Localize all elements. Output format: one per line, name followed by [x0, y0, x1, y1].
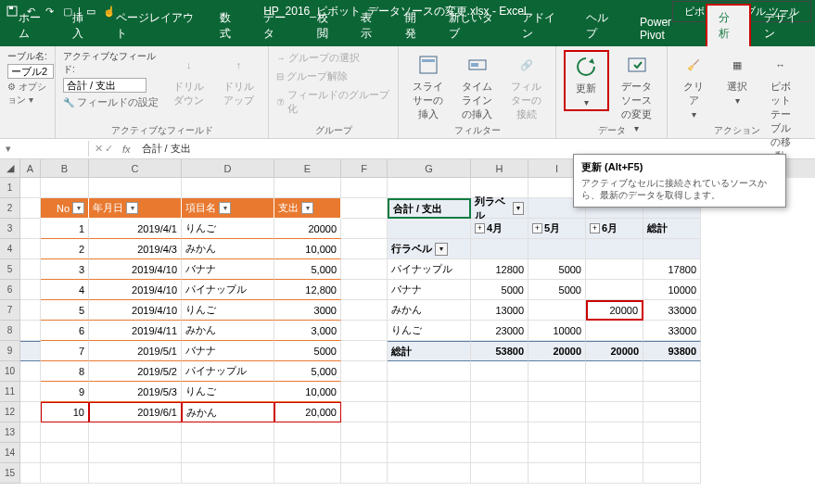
tab-formulas[interactable]: 数式 [209, 6, 250, 46]
expand-icon[interactable]: + [475, 223, 485, 233]
table-cell[interactable]: バナナ [182, 259, 274, 280]
cell[interactable] [20, 280, 41, 300]
table-cell[interactable]: パイナップル [182, 361, 274, 382]
change-source-button[interactable]: データ ソースの変更▾ [615, 50, 659, 135]
table-cell[interactable]: 5,000 [274, 259, 341, 280]
cell[interactable] [20, 198, 41, 219]
row-header[interactable]: 15 [0, 463, 20, 484]
cell[interactable] [586, 361, 643, 382]
pivot-month[interactable]: +6月 [586, 219, 643, 239]
cell[interactable] [341, 280, 388, 300]
cell[interactable] [89, 422, 182, 443]
clear-button[interactable]: 🧹クリア▾ [675, 50, 713, 121]
col-E[interactable]: E [274, 159, 341, 178]
group-field-button[interactable]: ⑦ フィールドのグループ化 [276, 87, 390, 117]
cell[interactable] [182, 422, 274, 443]
table-cell[interactable]: 5000 [274, 341, 341, 361]
pivot-row-name[interactable]: バナナ [388, 280, 471, 300]
table-header-item[interactable]: 項目名▾ [182, 198, 274, 219]
cell[interactable] [341, 259, 388, 280]
col-H[interactable]: H [471, 159, 528, 178]
col-B[interactable]: B [41, 159, 89, 178]
table-cell[interactable]: 2019/4/11 [89, 321, 182, 341]
cell[interactable] [528, 422, 586, 443]
table-cell[interactable]: 20000 [274, 219, 341, 239]
row-header[interactable]: 3 [0, 219, 20, 239]
pivot-row-name[interactable]: パイナップル [388, 259, 471, 280]
group-selection-button[interactable]: → グループの選択 [276, 50, 360, 66]
cell[interactable] [471, 463, 528, 484]
table-cell[interactable]: 2019/6/1 [89, 402, 182, 422]
cell[interactable] [471, 402, 528, 422]
col-A[interactable]: A [20, 159, 41, 178]
pivot-value[interactable]: 5000 [471, 280, 528, 300]
expand-icon[interactable]: + [590, 223, 600, 233]
dropdown-icon[interactable]: ▾ [513, 202, 524, 215]
cell[interactable] [341, 239, 388, 259]
tab-review[interactable]: 校閲 [306, 6, 348, 46]
cell[interactable] [20, 422, 41, 443]
cell[interactable] [89, 443, 182, 463]
tab-newtab[interactable]: 新しいタブ [438, 6, 509, 46]
select-all-cell[interactable]: ◢ [0, 159, 20, 178]
tab-addins[interactable]: アドイン [511, 6, 573, 46]
pivot-total[interactable]: 20000 [586, 341, 643, 361]
cell[interactable] [388, 463, 471, 484]
cell[interactable] [274, 178, 341, 198]
table-cell[interactable]: 1 [41, 219, 89, 239]
cell[interactable] [20, 239, 41, 259]
cell[interactable] [41, 463, 89, 484]
filter-dropdown-icon[interactable]: ▾ [126, 202, 138, 214]
cell[interactable] [471, 361, 528, 382]
cell[interactable] [274, 422, 341, 443]
pivot-value[interactable]: 23000 [471, 321, 528, 341]
cell[interactable] [388, 422, 471, 443]
filter-dropdown-icon[interactable]: ▾ [72, 202, 84, 214]
cell[interactable] [20, 341, 41, 361]
field-settings-button[interactable]: 🔧 フィールドの設定 [63, 94, 161, 110]
row-header[interactable]: 12 [0, 402, 20, 422]
table-cell[interactable]: 3000 [274, 300, 341, 321]
table-cell[interactable]: りんご [182, 219, 274, 239]
table-cell[interactable]: 8 [41, 361, 89, 382]
table-cell[interactable]: 10,000 [274, 382, 341, 402]
drillup-button[interactable]: ↑ドリルアップ [217, 50, 261, 109]
pivot-value[interactable] [528, 300, 586, 321]
cell[interactable] [586, 463, 643, 484]
pivot-value[interactable] [586, 321, 643, 341]
row-header[interactable]: 10 [0, 361, 20, 382]
table-cell[interactable]: 3,000 [274, 321, 341, 341]
table-cell[interactable]: 5 [41, 300, 89, 321]
cell[interactable] [586, 422, 643, 443]
table-cell[interactable]: 9 [41, 382, 89, 402]
pivot-month[interactable]: +4月 [471, 219, 528, 239]
cell[interactable] [20, 443, 41, 463]
cell[interactable] [20, 178, 41, 198]
cell[interactable] [471, 422, 528, 443]
tab-view[interactable]: 表示 [350, 6, 391, 46]
table-cell[interactable]: みかん [182, 239, 274, 259]
tab-insert[interactable]: 挿入 [61, 6, 103, 46]
cell[interactable] [20, 259, 41, 280]
cell[interactable] [586, 382, 643, 402]
cell[interactable] [341, 402, 388, 422]
cell[interactable] [341, 443, 388, 463]
pivot-value[interactable]: 33000 [643, 321, 701, 341]
tab-pagelayout[interactable]: ページレイアウト [105, 6, 206, 46]
dropdown-icon[interactable]: ▾ [435, 243, 448, 256]
pivot-values-label[interactable]: 合計 / 支出 [388, 198, 471, 219]
cancel-icon[interactable]: ✕ [95, 143, 103, 155]
tab-powerpivot[interactable]: Power Pivot [629, 11, 704, 46]
cell[interactable] [388, 219, 471, 239]
cell[interactable] [643, 361, 701, 382]
cell[interactable] [341, 463, 388, 484]
pivot-row-name[interactable]: みかん [388, 300, 471, 321]
pivot-total-label[interactable]: 総計 [388, 341, 471, 361]
cell[interactable] [89, 178, 182, 198]
pivot-total[interactable]: 53800 [471, 341, 528, 361]
cell[interactable] [388, 361, 471, 382]
table-cell[interactable]: バナナ [182, 341, 274, 361]
table-cell[interactable]: 2 [41, 239, 89, 259]
table-cell[interactable]: 12,800 [274, 280, 341, 300]
row-header[interactable]: 6 [0, 280, 20, 300]
